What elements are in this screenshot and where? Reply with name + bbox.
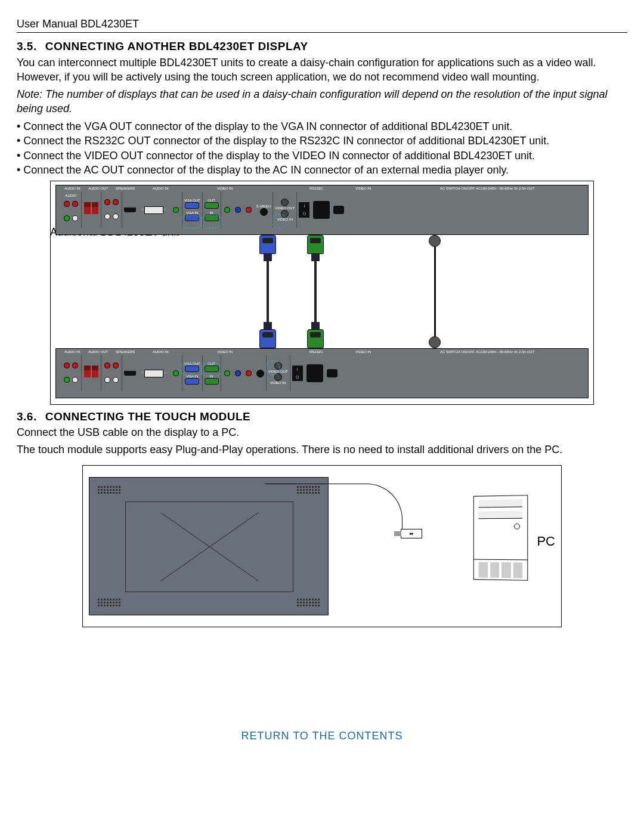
connecting-cables xyxy=(55,235,589,348)
pc-label: PC xyxy=(537,532,555,550)
bullet-rs232: Connect the RS232C OUT connector of the … xyxy=(17,134,627,148)
vga-out-port xyxy=(185,202,199,209)
label-audio-in: AUDIO IN xyxy=(64,187,80,190)
pc-tower-icon xyxy=(473,495,528,581)
page-header: User Manual BDL4230ET xyxy=(17,17,627,31)
dvi-port xyxy=(144,206,163,214)
section-36-heading: 3.6.CONNECTING THE TOUCH MODULE xyxy=(17,409,627,425)
vga-in-port xyxy=(185,215,199,221)
audio-in-out-jacks: AUDIO xyxy=(63,194,79,227)
label-audio-out: AUDIO OUT xyxy=(88,187,108,190)
section-35-note: Note: The number of displays that can be… xyxy=(17,87,627,116)
label-audio-in2: AUDIO IN xyxy=(153,187,169,190)
touch-module-diagram: ⬌ PC xyxy=(82,465,562,627)
rs232-in-port xyxy=(205,215,219,221)
section-36-p1: Connect the USB cable on the display to … xyxy=(17,425,627,439)
vga-ports: VGA OUT VGA IN xyxy=(184,199,200,221)
section-36-p2: The touch module supports easy Plug-and-… xyxy=(17,442,627,457)
bullet-ac: Connect the AC OUT connector of the disp… xyxy=(17,163,627,177)
video-in-bnc xyxy=(281,210,289,218)
vga-cable xyxy=(259,235,277,348)
label-ac-in: AC100-240V~ 50-60Hz IN xyxy=(476,187,518,190)
label-rs232c: RS232C xyxy=(309,187,323,190)
bullet-video: Connect the VIDEO OUT connector of the d… xyxy=(17,148,627,163)
section-36-number: 3.6. xyxy=(17,410,37,423)
power-switch: IO xyxy=(299,202,309,218)
label-video-in-comp: VIDEO IN xyxy=(355,187,371,190)
ac-in-socket xyxy=(313,201,330,219)
speaker-terminals xyxy=(83,202,99,218)
label-video-in: VIDEO IN xyxy=(217,187,233,190)
label-ac-out: 2.5A OUT xyxy=(519,187,534,190)
rs232-ports: OUT IN xyxy=(205,199,219,221)
usb-cable xyxy=(265,484,402,532)
bnc-video-ports: VIDEO OUT VIDEO IN xyxy=(275,199,295,221)
section-35-bullets: Connect the VGA OUT connector of the dis… xyxy=(17,119,627,177)
rear-panel-additional: AUDIO IN AUDIO OUT SPEAKERS AUDIO IN VID… xyxy=(55,185,589,235)
section-35-heading: 3.5.CONNECTING ANOTHER BDL4230ET DISPLAY xyxy=(17,39,627,54)
bnc-cable xyxy=(426,235,444,348)
rs232-cable xyxy=(306,235,324,348)
header-rule xyxy=(17,32,627,33)
section-35-title: CONNECTING ANOTHER BDL4230ET DISPLAY xyxy=(45,40,308,52)
section-35-number: 3.5. xyxy=(17,40,37,52)
daisy-chain-diagram: AUDIO IN AUDIO OUT SPEAKERS AUDIO IN VID… xyxy=(50,181,594,405)
bullet-vga: Connect the VGA OUT connector of the dis… xyxy=(17,119,627,134)
svideo-port: S-VIDEO xyxy=(256,205,271,216)
label-ac-switch: AC SWITCH ON/OFF xyxy=(440,187,475,190)
ac-out-socket xyxy=(333,206,344,214)
hdmi-dvi-ports xyxy=(124,206,180,214)
section-35-intro: You can interconnect multiple BDL4230ET … xyxy=(17,55,627,85)
audio12-jacks xyxy=(103,196,120,225)
usb-plug-icon: ⬌ xyxy=(401,529,422,538)
hdmi-port xyxy=(124,208,136,212)
section-36-title: CONNECTING THE TOUCH MODULE xyxy=(45,410,251,423)
return-to-contents-link[interactable]: RETURN TO THE CONTENTS xyxy=(17,729,627,743)
rear-panel-main: AUDIO IN AUDIO OUT SPEAKERS AUDIO IN VID… xyxy=(55,348,589,398)
component-jacks: COMPONENT xyxy=(223,206,253,214)
video-out-bnc xyxy=(281,199,289,206)
label-speakers: SPEAKERS xyxy=(116,187,135,190)
rs232-out-port xyxy=(205,202,219,209)
